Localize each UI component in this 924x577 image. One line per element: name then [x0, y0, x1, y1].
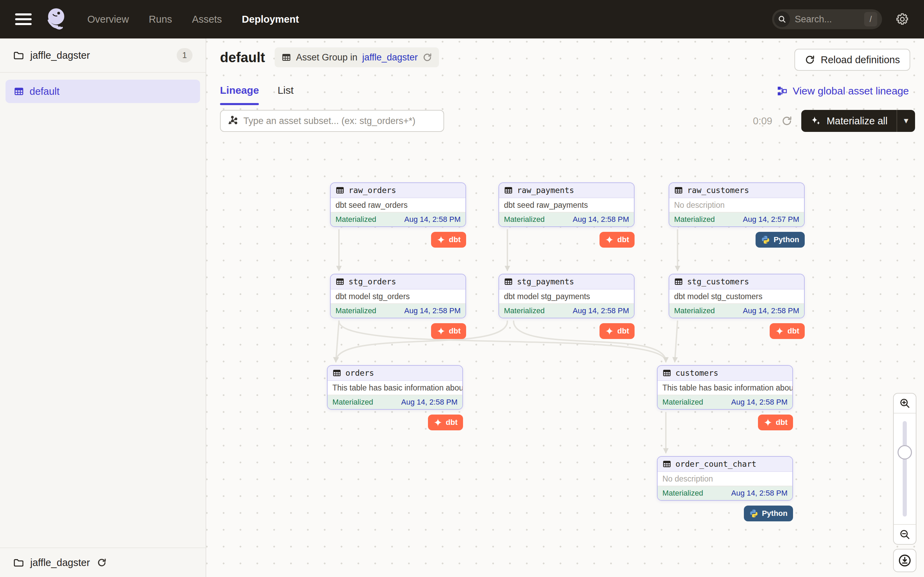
download-icon: [898, 554, 912, 567]
dbt-badge[interactable]: dbt: [770, 323, 805, 339]
refresh-icon[interactable]: [781, 115, 792, 126]
global-search[interactable]: /: [772, 9, 882, 29]
materialized-timestamp[interactable]: Aug 14, 2:58 PM: [731, 398, 788, 407]
materialized-timestamp[interactable]: Aug 14, 2:58 PM: [401, 398, 457, 407]
context-repo-link[interactable]: jaffle_dagster: [362, 52, 418, 63]
table-icon: [674, 277, 683, 286]
asset-node-footer: Materialized Aug 14, 2:58 PM: [499, 213, 634, 226]
refresh-icon[interactable]: [422, 53, 432, 62]
reload-definitions-button[interactable]: Reload definitions: [795, 49, 910, 71]
sidebar-repo-row[interactable]: jaffle_dagster 1: [0, 39, 205, 73]
asset-node-raw_orders[interactable]: raw_orders dbt seed raw_orders Materiali…: [330, 182, 466, 227]
lineage-graph-icon: [777, 86, 787, 96]
table-icon: [662, 459, 671, 469]
dbt-badge[interactable]: dbt: [758, 414, 793, 430]
dbt-badge[interactable]: dbt: [599, 232, 635, 248]
asset-subset-filter[interactable]: [220, 110, 444, 132]
dbt-badge[interactable]: dbt: [428, 414, 463, 430]
asset-node-header: raw_customers: [669, 183, 804, 198]
view-global-asset-lineage-link[interactable]: View global asset lineage: [777, 85, 909, 97]
asset-name: stg_payments: [517, 277, 574, 286]
asset-node-raw_payments[interactable]: raw_payments dbt seed raw_payments Mater…: [498, 182, 635, 227]
dbt-logo-icon: [764, 418, 772, 427]
asset-node-wrapper: raw_orders dbt seed raw_orders Materiali…: [330, 182, 466, 227]
asset-name: stg_orders: [349, 277, 396, 286]
tab-lineage[interactable]: Lineage: [220, 84, 259, 105]
asset-node-customers[interactable]: customers This table has basic informati…: [657, 365, 793, 410]
materialized-status: Materialized: [662, 398, 703, 407]
materialized-status: Materialized: [333, 398, 373, 407]
repo-count-badge: 1: [177, 48, 192, 63]
asset-name: customers: [675, 369, 719, 377]
dbt-badge[interactable]: dbt: [431, 232, 466, 248]
asset-description: dbt model stg_payments: [499, 290, 634, 304]
refresh-icon[interactable]: [97, 558, 107, 567]
dbt-logo-icon: [605, 327, 614, 335]
zoom-slider-track[interactable]: [903, 421, 907, 517]
materialize-options-caret[interactable]: ▼: [897, 110, 915, 132]
asset-node-raw_customers[interactable]: raw_customers No description Materialize…: [669, 182, 805, 227]
zoom-in-button[interactable]: [894, 393, 916, 414]
asset-subset-input[interactable]: [243, 116, 437, 126]
table-icon: [504, 277, 513, 286]
materialize-all-button[interactable]: Materialize all: [801, 110, 897, 132]
materialized-timestamp[interactable]: Aug 14, 2:58 PM: [404, 306, 460, 315]
asset-node-header: stg_payments: [499, 274, 634, 290]
materialized-status: Materialized: [504, 306, 545, 315]
zoom-slider-handle[interactable]: [898, 445, 912, 459]
asset-name: order_count_chart: [675, 459, 756, 469]
asset-node-stg_orders[interactable]: stg_orders dbt model stg_orders Material…: [330, 274, 466, 318]
sidebar: jaffle_dagster 1 default jaffle_dagster: [0, 39, 206, 577]
table-icon: [662, 369, 671, 377]
asset-node-stg_customers[interactable]: stg_customers dbt model stg_customers Ma…: [669, 274, 805, 318]
dbt-logo-icon: [605, 235, 614, 244]
nav-link-runs[interactable]: Runs: [149, 14, 172, 25]
sidebar-item-default-group[interactable]: default: [5, 80, 200, 103]
sparkle-icon: [810, 115, 821, 126]
sidebar-footer-repo: jaffle_dagster: [0, 548, 205, 577]
table-icon: [336, 277, 344, 286]
asset-name: raw_customers: [687, 186, 749, 195]
asset-node-wrapper: raw_payments dbt seed raw_payments Mater…: [498, 182, 635, 227]
python-badge[interactable]: Python: [756, 232, 805, 248]
zoom-out-button[interactable]: [894, 524, 916, 544]
dbt-badge[interactable]: dbt: [599, 323, 635, 339]
asset-description: This table has basic information about .…: [328, 381, 462, 395]
materialized-timestamp[interactable]: Aug 14, 2:58 PM: [404, 215, 460, 224]
refresh-timer: 0:09: [753, 115, 772, 127]
badge-label: dbt: [776, 418, 788, 427]
materialized-timestamp[interactable]: Aug 14, 2:58 PM: [731, 489, 788, 498]
dbt-badge[interactable]: dbt: [431, 323, 466, 339]
materialized-timestamp[interactable]: Aug 14, 2:58 PM: [573, 306, 629, 315]
nav-link-deployment[interactable]: Deployment: [242, 14, 299, 25]
badge-label: dbt: [788, 327, 799, 335]
nav-link-overview[interactable]: Overview: [87, 14, 129, 25]
tab-bar: Lineage List: [220, 84, 294, 105]
tab-list[interactable]: List: [278, 84, 294, 105]
gear-icon[interactable]: [896, 13, 909, 26]
search-input[interactable]: [795, 14, 859, 25]
badge-label: dbt: [617, 327, 629, 335]
python-badge[interactable]: Python: [744, 506, 793, 521]
materialized-timestamp[interactable]: Aug 14, 2:58 PM: [573, 215, 629, 224]
asset-node-header: raw_payments: [499, 183, 634, 198]
menu-icon[interactable]: [15, 13, 32, 25]
download-image-button[interactable]: [893, 549, 916, 572]
dagster-logo[interactable]: [43, 6, 70, 33]
zoom-slider[interactable]: [894, 414, 916, 524]
table-icon: [674, 186, 683, 195]
asset-node-footer: Materialized Aug 14, 2:58 PM: [328, 395, 462, 409]
materialized-timestamp[interactable]: Aug 14, 2:58 PM: [743, 306, 799, 315]
asset-node-order_count_chart[interactable]: order_count_chart No description Materia…: [657, 456, 793, 501]
asset-node-footer: Materialized Aug 14, 2:57 PM: [669, 213, 804, 226]
folder-icon: [13, 558, 23, 568]
materialize-all-split-button: Materialize all ▼: [801, 110, 915, 132]
badge-label: Python: [762, 509, 788, 518]
lineage-canvas[interactable]: 0:09 Materialize all ▼: [206, 105, 924, 577]
materialized-timestamp[interactable]: Aug 14, 2:57 PM: [743, 215, 799, 224]
asset-node-header: orders: [328, 366, 462, 381]
asset-node-stg_payments[interactable]: stg_payments dbt model stg_payments Mate…: [498, 274, 635, 318]
asset-node-orders[interactable]: orders This table has basic information …: [327, 365, 463, 410]
nav-link-assets[interactable]: Assets: [192, 14, 222, 25]
search-icon: [774, 11, 790, 27]
